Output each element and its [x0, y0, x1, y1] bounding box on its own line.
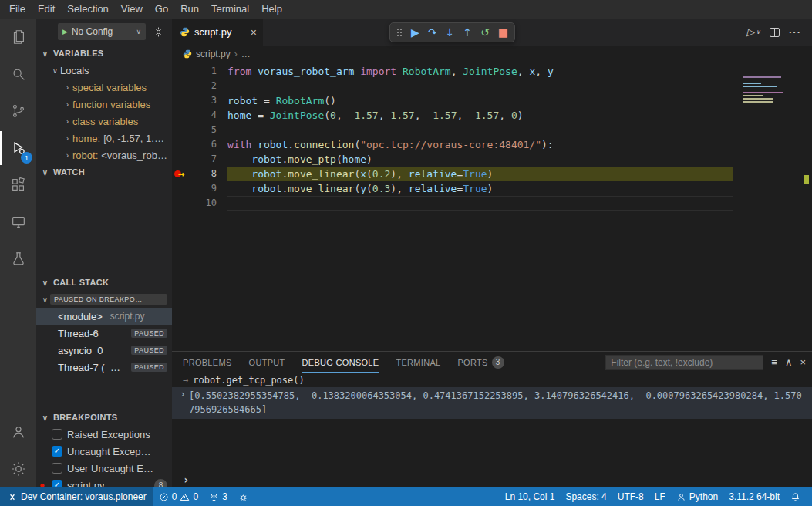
code-line-9[interactable]: 9 robot.move_linear(y(0.3), relative=Tru… — [172, 181, 812, 196]
glyph-margin[interactable] — [172, 196, 194, 211]
panel-tab-terminal[interactable]: TERMINAL — [396, 352, 440, 373]
chevron-right-icon[interactable]: › — [62, 134, 72, 143]
menu-item-go[interactable]: Go — [149, 0, 174, 19]
breakpoint-row[interactable]: ✓Uncaught Excep… — [36, 443, 172, 460]
menu-item-selection[interactable]: Selection — [61, 0, 114, 19]
eol-status[interactable]: LF — [649, 487, 671, 506]
close-tab-icon[interactable]: × — [251, 26, 257, 39]
code-line-7[interactable]: 7 robot.move_ptp(home) — [172, 152, 812, 167]
code-line-4[interactable]: 4home = JointPose(0, -1.57, 1.57, -1.57,… — [172, 108, 812, 123]
menu-item-file[interactable]: File — [3, 0, 32, 19]
debug-config-dropdown[interactable]: ▶ No Config ∨ — [58, 23, 146, 40]
breakpoint-checkbox[interactable]: ✓ — [52, 446, 62, 457]
glyph-margin[interactable] — [172, 152, 194, 167]
language-status[interactable]: Python — [671, 487, 723, 506]
chevron-right-icon[interactable]: › — [62, 83, 72, 92]
variables-row[interactable]: ›class variables — [36, 113, 172, 130]
clear-console-icon[interactable]: ≡ — [771, 357, 777, 367]
code-line-8[interactable]: →8 robot.move_linear(x(0.2), relative=Tr… — [172, 167, 812, 181]
panel-tab-ports[interactable]: PORTS3 — [457, 352, 504, 373]
restart-button[interactable]: ↺ — [480, 27, 490, 38]
breakpoint-row[interactable]: Raised Exceptions — [36, 426, 172, 443]
glyph-margin[interactable] — [172, 181, 194, 196]
glyph-margin[interactable] — [172, 79, 194, 93]
start-debug-icon[interactable]: ▶ — [62, 28, 68, 35]
step-over-button[interactable]: ↷ — [428, 27, 437, 38]
glyph-margin[interactable] — [172, 64, 194, 79]
split-editor-icon[interactable] — [770, 28, 780, 37]
menu-item-edit[interactable]: Edit — [32, 0, 61, 19]
variables-row[interactable]: ∨Locals — [36, 62, 172, 79]
variables-row[interactable]: ›robot:<voraus_robot… — [36, 147, 172, 164]
continue-button[interactable]: ▶ — [411, 27, 419, 38]
breakpoint-row[interactable]: User Uncaught E… — [36, 460, 172, 477]
activity-source-control[interactable] — [0, 93, 36, 130]
notifications[interactable] — [785, 487, 806, 506]
watch-section-header[interactable]: ∨ WATCH — [36, 164, 172, 180]
menu-item-run[interactable]: Run — [174, 0, 205, 19]
chevron-down-icon[interactable]: ∨ — [50, 66, 60, 75]
console-filter-input[interactable] — [605, 355, 763, 370]
glyph-margin[interactable]: → — [172, 167, 194, 181]
drag-handle-icon[interactable] — [396, 28, 403, 38]
stop-button[interactable]: ■ — [498, 27, 508, 38]
breakpoint-checkbox[interactable] — [52, 429, 62, 440]
glyph-margin[interactable] — [172, 137, 194, 152]
maximize-panel-icon[interactable]: ∧ — [785, 357, 793, 367]
breakpoint-row[interactable]: ●✓script.py8 — [36, 477, 172, 487]
code-line-5[interactable]: 5 — [172, 123, 812, 137]
close-panel-icon[interactable]: × — [800, 357, 806, 367]
call-stack-frame[interactable]: Thread-7 (_…PAUSED — [36, 359, 172, 376]
code-line-6[interactable]: 6with robot.connection("opc.tcp://voraus… — [172, 137, 812, 152]
glyph-margin[interactable] — [172, 123, 194, 137]
remote-indicator[interactable]: Dev Container: voraus.pioneer — [0, 487, 153, 506]
glyph-margin[interactable] — [172, 93, 194, 108]
breadcrumb-more[interactable]: … — [241, 49, 251, 59]
menu-item-view[interactable]: View — [115, 0, 149, 19]
chevron-right-icon[interactable]: › — [62, 100, 72, 109]
debug-status[interactable] — [233, 487, 254, 506]
call-stack-section-header[interactable]: ∨ CALL STACK — [36, 274, 172, 291]
indentation-status[interactable]: Spaces: 4 — [560, 487, 612, 506]
breakpoint-checkbox[interactable]: ✓ — [52, 480, 62, 487]
chevron-right-icon[interactable]: › — [177, 389, 189, 417]
chevron-right-icon[interactable]: › — [62, 117, 72, 126]
panel-tab-problems[interactable]: PROBLEMS — [183, 352, 232, 373]
chevron-right-icon[interactable]: › — [62, 151, 72, 160]
panel-tab-debug-console[interactable]: DEBUG CONSOLE — [302, 352, 379, 373]
panel-tab-output[interactable]: OUTPUT — [249, 352, 285, 373]
menu-item-help[interactable]: Help — [255, 0, 288, 19]
code-line-1[interactable]: 1from voraus_robot_arm import RobotArm, … — [172, 64, 812, 79]
glyph-margin[interactable] — [172, 108, 194, 123]
call-stack-frame[interactable]: Thread-6PAUSED — [36, 325, 172, 342]
variables-section-header[interactable]: ∨ VARIABLES — [36, 45, 172, 62]
menu-item-terminal[interactable]: Terminal — [205, 0, 255, 19]
step-into-button[interactable]: ↓ — [446, 27, 455, 38]
variables-row[interactable]: ›home:[0, -1.57, 1.5… — [36, 130, 172, 147]
code-line-3[interactable]: 3robot = RobotArm() — [172, 93, 812, 108]
problems-status[interactable]: 0 0 — [153, 487, 204, 506]
ports-status[interactable]: 3 — [204, 487, 233, 506]
activity-accounts[interactable] — [0, 413, 36, 450]
activity-settings[interactable] — [0, 450, 36, 487]
code-editor[interactable]: 1from voraus_robot_arm import RobotArm, … — [172, 62, 812, 351]
more-actions-icon[interactable]: ··· — [789, 26, 801, 38]
encoding-status[interactable]: UTF-8 — [612, 487, 649, 506]
debug-settings-gear-icon[interactable] — [153, 26, 164, 38]
variables-row[interactable]: ›function variables — [36, 96, 172, 113]
activity-search[interactable] — [0, 56, 36, 93]
debug-console[interactable]: → robot.get_tcp_pose() › [0.550238295535… — [172, 373, 812, 487]
call-stack-frame[interactable]: <module>script.py — [36, 308, 172, 325]
breadcrumb-file[interactable]: script.py — [196, 49, 231, 59]
interpreter-status[interactable]: 3.11.2 64-bit — [723, 487, 785, 506]
breadcrumb[interactable]: script.py › … — [172, 46, 812, 62]
code-line-10[interactable]: 10 — [172, 196, 812, 211]
minimap[interactable] — [743, 76, 789, 104]
breakpoint-checkbox[interactable] — [52, 463, 62, 474]
console-result-row[interactable]: › [0.5502382955354785, -0.13832000643530… — [172, 387, 812, 419]
activity-explorer[interactable] — [0, 19, 36, 56]
variables-row[interactable]: ›special variables — [36, 79, 172, 96]
run-file-button[interactable]: ▷ ∨ — [746, 26, 760, 38]
activity-run-debug[interactable]: 1 — [0, 130, 36, 167]
step-out-button[interactable]: ↑ — [463, 27, 472, 38]
